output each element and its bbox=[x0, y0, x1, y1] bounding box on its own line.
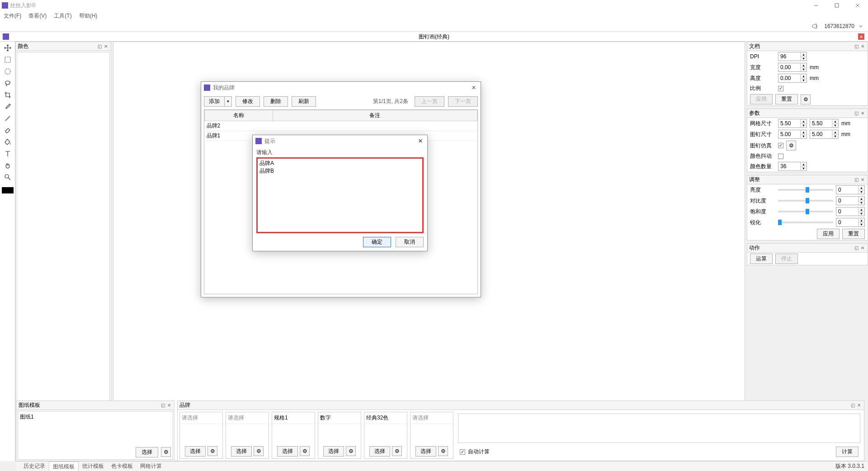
add-dropdown[interactable]: ▼ bbox=[225, 96, 232, 107]
select-button[interactable]: 选择 bbox=[231, 446, 252, 457]
spin-up[interactable]: ▲ bbox=[858, 197, 864, 201]
realistic-checkbox[interactable] bbox=[778, 143, 783, 148]
select-button[interactable]: 选择 bbox=[415, 446, 436, 457]
undock-icon[interactable]: ◱ bbox=[853, 43, 859, 50]
spin-down[interactable]: ▼ bbox=[858, 190, 864, 194]
spin-down[interactable]: ▼ bbox=[832, 124, 838, 128]
run-button[interactable]: 运算 bbox=[750, 254, 773, 264]
width-input[interactable] bbox=[778, 63, 800, 71]
spin-down[interactable]: ▼ bbox=[800, 79, 807, 83]
gear-icon[interactable]: ⚙ bbox=[300, 446, 310, 456]
undock-icon[interactable]: ◱ bbox=[853, 110, 859, 117]
menu-tools[interactable]: 工具(T) bbox=[54, 12, 71, 20]
gear-icon[interactable]: ⚙ bbox=[786, 141, 796, 151]
gear-icon[interactable]: ⚙ bbox=[438, 446, 448, 456]
spin-up[interactable]: ▲ bbox=[832, 130, 838, 135]
close-icon[interactable]: ✕ bbox=[416, 137, 425, 145]
spin-up[interactable]: ▲ bbox=[800, 63, 807, 68]
spin-down[interactable]: ▼ bbox=[832, 135, 838, 139]
gear-icon[interactable]: ⚙ bbox=[801, 94, 811, 104]
close-icon[interactable]: ✕ bbox=[859, 110, 866, 117]
spin-down[interactable]: ▼ bbox=[800, 167, 807, 171]
gear-icon[interactable]: ⚙ bbox=[161, 447, 171, 457]
move-tool[interactable] bbox=[3, 43, 13, 52]
spin-down[interactable]: ▼ bbox=[800, 135, 807, 139]
spin-up[interactable]: ▲ bbox=[800, 119, 807, 124]
pin-w-input[interactable] bbox=[778, 130, 800, 138]
sharpen-slider[interactable] bbox=[778, 221, 833, 223]
minimize-button[interactable] bbox=[806, 0, 826, 11]
spin-down[interactable]: ▼ bbox=[858, 201, 864, 205]
spin-up[interactable]: ▲ bbox=[858, 186, 864, 190]
maximize-button[interactable] bbox=[826, 0, 847, 11]
select-button[interactable]: 选择 bbox=[136, 447, 158, 457]
grid-w-input[interactable] bbox=[778, 119, 800, 127]
current-color-swatch[interactable] bbox=[2, 187, 14, 193]
tab-grid[interactable]: 网格计算 bbox=[137, 462, 165, 471]
pin-h-input[interactable] bbox=[810, 130, 832, 138]
color-count-input[interactable] bbox=[778, 162, 800, 170]
saturation-input[interactable] bbox=[836, 207, 858, 216]
prompt-textarea[interactable] bbox=[256, 157, 424, 233]
calc-button[interactable]: 计算 bbox=[836, 447, 859, 457]
close-icon[interactable]: ✕ bbox=[103, 43, 109, 50]
ok-button[interactable]: 确定 bbox=[363, 237, 391, 247]
tab-stats[interactable]: 统计模板 bbox=[79, 462, 108, 471]
undock-icon[interactable]: ◱ bbox=[853, 245, 859, 251]
gear-icon[interactable]: ⚙ bbox=[392, 446, 402, 456]
spin-up[interactable]: ▲ bbox=[858, 207, 864, 212]
gear-icon[interactable]: ⚙ bbox=[254, 446, 264, 456]
select-button[interactable]: 选择 bbox=[185, 446, 206, 457]
undock-icon[interactable]: ◱ bbox=[96, 43, 103, 50]
spin-up[interactable]: ▲ bbox=[800, 162, 807, 167]
gear-icon[interactable]: ⚙ bbox=[208, 446, 217, 456]
rect-select-tool[interactable] bbox=[3, 55, 13, 64]
reset-button[interactable]: 重置 bbox=[842, 229, 865, 239]
spin-down[interactable]: ▼ bbox=[800, 68, 807, 72]
delete-button[interactable]: 删除 bbox=[264, 96, 288, 107]
doc-close-button[interactable]: ✕ bbox=[858, 33, 864, 40]
close-button[interactable] bbox=[847, 0, 868, 11]
col-name[interactable]: 名称 bbox=[205, 110, 273, 121]
autocalc-checkbox[interactable] bbox=[460, 449, 465, 455]
spin-up[interactable]: ▲ bbox=[800, 130, 807, 135]
apply-button[interactable]: 应用 bbox=[817, 229, 840, 239]
brightness-slider[interactable] bbox=[778, 189, 833, 191]
spin-up[interactable]: ▲ bbox=[800, 74, 807, 79]
close-icon[interactable]: ✕ bbox=[859, 177, 866, 183]
tab-history[interactable]: 历史记录 bbox=[20, 462, 49, 471]
lasso-tool[interactable] bbox=[3, 79, 13, 88]
gear-icon[interactable]: ⚙ bbox=[346, 446, 356, 456]
announce-icon[interactable] bbox=[811, 23, 820, 29]
add-button[interactable]: 添加 bbox=[204, 96, 225, 107]
menu-help[interactable]: 帮助(H) bbox=[79, 12, 98, 20]
close-icon[interactable]: ✕ bbox=[859, 43, 866, 50]
select-button[interactable]: 选择 bbox=[323, 446, 344, 457]
undock-icon[interactable]: ◱ bbox=[160, 402, 166, 409]
spin-up[interactable]: ▲ bbox=[800, 52, 807, 57]
eraser-tool[interactable] bbox=[3, 126, 13, 135]
select-button[interactable]: 选择 bbox=[369, 446, 390, 457]
text-tool[interactable] bbox=[3, 149, 13, 158]
saturation-slider[interactable] bbox=[778, 211, 833, 212]
col-note[interactable]: 备注 bbox=[273, 110, 477, 121]
spin-down[interactable]: ▼ bbox=[800, 57, 807, 61]
contrast-input[interactable] bbox=[836, 197, 858, 205]
chevron-down-icon[interactable] bbox=[859, 24, 863, 28]
cancel-button[interactable]: 取消 bbox=[396, 237, 424, 247]
menu-view[interactable]: 查看(V) bbox=[28, 12, 47, 20]
close-icon[interactable]: ✕ bbox=[166, 402, 172, 409]
eyedropper-tool[interactable] bbox=[3, 102, 13, 111]
undock-icon[interactable]: ◱ bbox=[849, 402, 856, 409]
reset-button[interactable]: 重置 bbox=[775, 94, 798, 104]
brush-tool[interactable] bbox=[3, 114, 13, 123]
tab-swatch[interactable]: 色卡模板 bbox=[108, 462, 137, 471]
tab-paper[interactable]: 图纸模板 bbox=[49, 462, 79, 471]
undock-icon[interactable]: ◱ bbox=[853, 177, 859, 183]
spin-down[interactable]: ▼ bbox=[858, 223, 864, 227]
close-icon[interactable]: ✕ bbox=[856, 402, 862, 409]
grid-h-input[interactable] bbox=[810, 119, 832, 127]
spin-down[interactable]: ▼ bbox=[858, 212, 864, 216]
zoom-tool[interactable] bbox=[3, 173, 13, 182]
sharpen-input[interactable] bbox=[836, 218, 858, 226]
